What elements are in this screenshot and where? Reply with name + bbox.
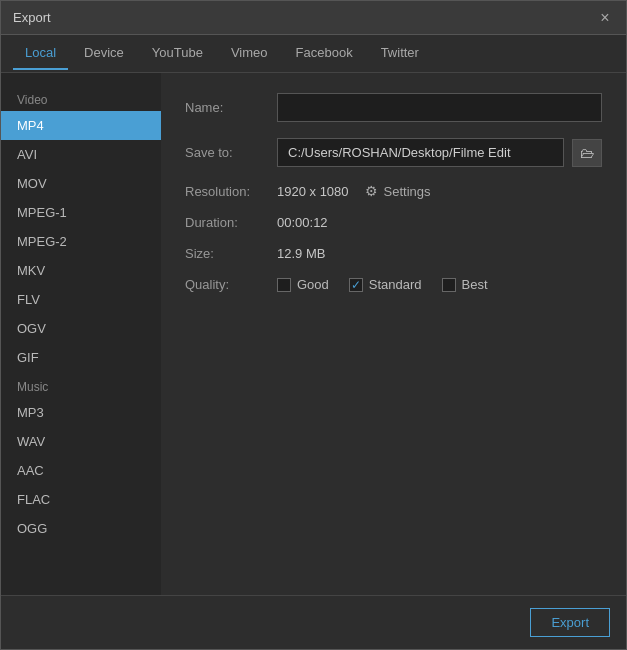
sidebar-item-wav[interactable]: WAV [1,427,161,456]
gear-icon: ⚙ [365,183,378,199]
title-bar: Export × [1,1,626,35]
best-checkbox[interactable] [442,278,456,292]
resolution-values: 1920 x 1080 ⚙ Settings [277,183,431,199]
sidebar-item-ogg[interactable]: OGG [1,514,161,543]
best-label: Best [462,277,488,292]
form-area: Name: Save to: 🗁 Resolution: 1920 x 1080 [161,73,626,595]
save-to-input[interactable] [277,138,564,167]
sidebar-item-aac[interactable]: AAC [1,456,161,485]
sidebar-item-avi[interactable]: AVI [1,140,161,169]
duration-row: Duration: 00:00:12 [185,215,602,230]
quality-option-standard[interactable]: ✓ Standard [349,277,422,292]
sidebar-section-music: Music [1,372,161,398]
name-row: Name: [185,93,602,122]
tab-device[interactable]: Device [72,37,136,70]
top-navigation: LocalDeviceYouTubeVimeoFacebookTwitter [1,35,626,73]
good-checkbox[interactable] [277,278,291,292]
good-label: Good [297,277,329,292]
tab-vimeo[interactable]: Vimeo [219,37,280,70]
export-dialog: Export × LocalDeviceYouTubeVimeoFacebook… [0,0,627,650]
save-to-row: Save to: 🗁 [185,138,602,167]
export-button[interactable]: Export [530,608,610,637]
save-to-label: Save to: [185,145,265,160]
name-label: Name: [185,100,265,115]
resolution-label: Resolution: [185,184,265,199]
tab-facebook[interactable]: Facebook [284,37,365,70]
tab-youtube[interactable]: YouTube [140,37,215,70]
main-content: VideoMP4AVIMOVMPEG-1MPEG-2MKVFLVOGVGIFMu… [1,73,626,595]
folder-icon: 🗁 [580,145,594,161]
resolution-value: 1920 x 1080 [277,184,349,199]
sidebar-item-mp3[interactable]: MP3 [1,398,161,427]
size-row: Size: 12.9 MB [185,246,602,261]
quality-row: Quality: Good ✓ Standard Best [185,277,602,292]
sidebar-item-flac[interactable]: FLAC [1,485,161,514]
sidebar: VideoMP4AVIMOVMPEG-1MPEG-2MKVFLVOGVGIFMu… [1,73,161,595]
settings-label: Settings [384,184,431,199]
settings-button[interactable]: ⚙ Settings [365,183,431,199]
sidebar-item-mov[interactable]: MOV [1,169,161,198]
dialog-title: Export [13,10,51,25]
sidebar-item-gif[interactable]: GIF [1,343,161,372]
browse-folder-button[interactable]: 🗁 [572,139,602,167]
footer: Export [1,595,626,649]
tab-local[interactable]: Local [13,37,68,70]
standard-checkbox[interactable]: ✓ [349,278,363,292]
tab-twitter[interactable]: Twitter [369,37,431,70]
sidebar-section-video: Video [1,85,161,111]
duration-value: 00:00:12 [277,215,328,230]
quality-option-good[interactable]: Good [277,277,329,292]
duration-label: Duration: [185,215,265,230]
sidebar-item-mpeg1[interactable]: MPEG-1 [1,198,161,227]
size-value: 12.9 MB [277,246,325,261]
resolution-row: Resolution: 1920 x 1080 ⚙ Settings [185,183,602,199]
quality-option-best[interactable]: Best [442,277,488,292]
sidebar-item-ogv[interactable]: OGV [1,314,161,343]
name-input[interactable] [277,93,602,122]
size-label: Size: [185,246,265,261]
sidebar-item-mpeg2[interactable]: MPEG-2 [1,227,161,256]
close-button[interactable]: × [596,9,614,27]
standard-label: Standard [369,277,422,292]
save-to-input-group: 🗁 [277,138,602,167]
quality-label: Quality: [185,277,265,292]
sidebar-item-mp4[interactable]: MP4 [1,111,161,140]
sidebar-item-mkv[interactable]: MKV [1,256,161,285]
quality-options: Good ✓ Standard Best [277,277,488,292]
sidebar-item-flv[interactable]: FLV [1,285,161,314]
